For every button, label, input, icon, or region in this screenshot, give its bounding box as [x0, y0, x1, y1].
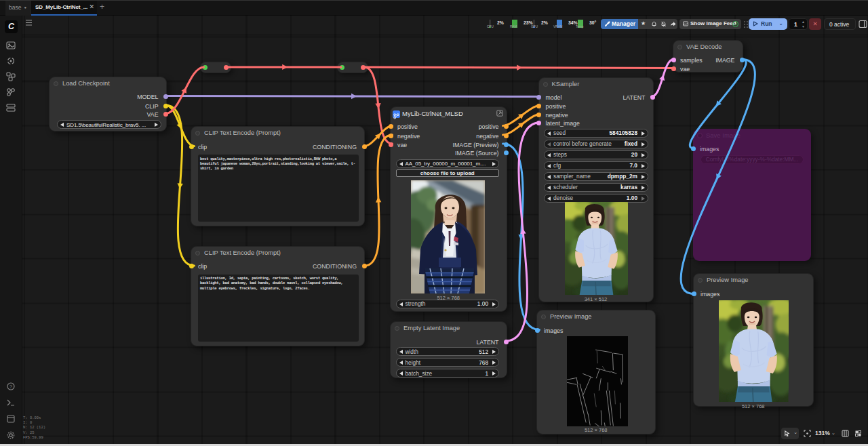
svg-text:?: ?	[9, 384, 12, 389]
